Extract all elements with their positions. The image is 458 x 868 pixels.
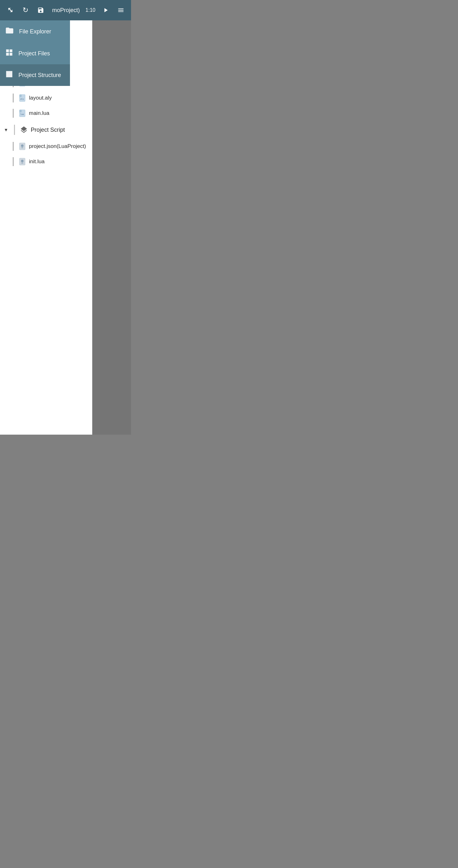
vertical-bar-4 [13,142,14,151]
save-button[interactable] [34,4,47,17]
tree-item-main-lua[interactable]: lua main.lua [0,106,92,121]
file-explorer-label: File Explorer [19,28,51,35]
grid-icon [5,49,13,59]
file-tree-panel: File Explorer Project Files [0,20,92,435]
right-panel [92,20,131,435]
project-script-header[interactable]: ▼ Project Script [0,121,92,139]
svg-point-14 [21,145,24,147]
play-button[interactable] [99,4,112,17]
tree-item-layout-aly[interactable]: aly layout.aly [0,90,92,106]
status-text: 1:10 [86,7,95,13]
menu-button[interactable] [115,4,127,17]
vertical-bar-3 [13,109,14,118]
section-divider [14,125,15,135]
vertical-bar-2 [13,94,14,102]
svg-point-18 [21,160,24,162]
project-structure-label: Project Structure [19,72,61,79]
toolbar: ⤡ ↻ moProject) 1:10 [0,0,131,20]
main-lua-name: main.lua [29,110,49,117]
dropdown-item-project-structure[interactable]: Project Structure [0,64,70,86]
play-icon [102,7,109,14]
svg-rect-6 [20,94,22,97]
svg-text:aly: aly [20,98,24,100]
folder-icon [5,26,14,37]
project-json-name: project.json(LuaProject) [29,143,86,150]
toolbar-title: moProject) [50,7,83,14]
dropdown-item-file-explorer[interactable]: File Explorer [0,20,70,43]
svg-rect-10 [20,110,22,112]
layout-aly-name: layout.aly [29,95,52,101]
save-icon [37,7,44,14]
json-file-icon [19,143,26,150]
script-init-icon [18,157,26,166]
layout-aly-icon: aly [19,94,26,102]
expand-arrow: ▼ [4,127,8,132]
tree-item-project-json[interactable]: project.json(LuaProject) [0,139,92,154]
minimize-icon: ⤡ [7,6,13,14]
dropdown-item-project-files[interactable]: Project Files [0,43,70,64]
grid4-icon [5,70,13,80]
hamburger-icon [117,7,124,14]
dropdown-menu: File Explorer Project Files [0,20,70,86]
vertical-bar-5 [13,157,14,166]
main-content: File Explorer Project Files [0,20,131,435]
script-lua-file-icon [19,158,26,165]
project-json-icon [18,142,26,151]
svg-rect-19 [21,163,23,163]
layers-icon [20,125,28,134]
minimize-button[interactable]: ⤡ [4,4,17,17]
main-lua-icon: lua [18,109,26,117]
project-script-label: Project Script [31,127,65,133]
tree-item-script-init-lua[interactable]: init.lua [0,154,92,169]
project-files-label: Project Files [19,50,50,57]
main-lua-file-icon: lua [19,110,26,117]
refresh-icon: ↻ [23,6,28,14]
refresh-button[interactable]: ↻ [19,4,32,17]
svg-text:lua: lua [20,113,24,115]
app-container: ⤡ ↻ moProject) 1:10 [0,0,131,435]
script-init-lua-name: init.lua [29,158,44,165]
aly-file-icon: aly [18,94,26,102]
file-tree-section: lua init.lua aly [0,72,92,169]
svg-rect-15 [21,147,23,148]
